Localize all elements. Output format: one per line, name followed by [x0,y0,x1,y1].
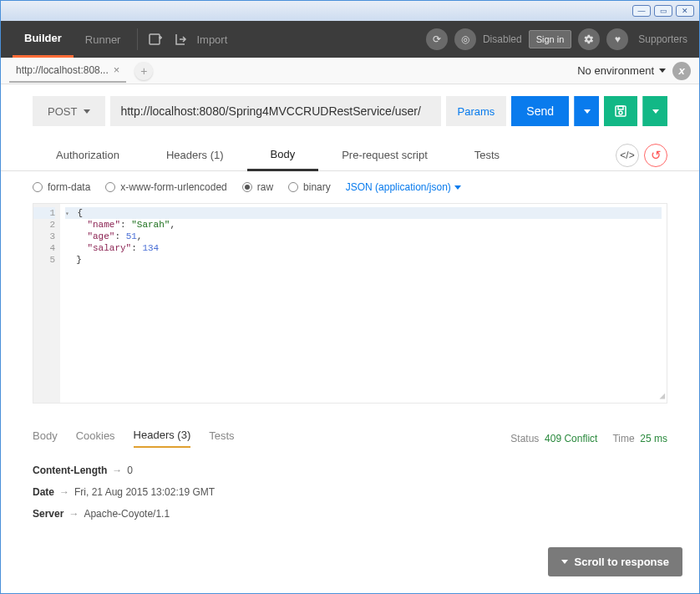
tab-authorization[interactable]: Authorization [33,140,143,170]
body-editor[interactable]: 12345 ▾ { "name": "Sarah", "age": 51, "s… [33,203,667,404]
request-tab[interactable]: http://localhost:808... × [9,59,126,83]
settings-icon[interactable] [578,28,600,50]
resp-tab-tests[interactable]: Tests [209,429,234,447]
body-type-options: form-data x-www-form-urlencoded raw bina… [1,171,699,203]
radio-label: raw [257,181,273,193]
tab-tests[interactable]: Tests [451,140,523,170]
radio-label: form-data [48,181,90,193]
nav-runner[interactable]: Runner [74,21,133,58]
send-button[interactable]: Send [511,96,569,126]
separator [137,28,138,50]
response-header-row: Server→Apache-Coyote/1.1 [33,503,667,525]
status-value: 409 Conflict [545,433,597,444]
radio-formdata[interactable]: form-data [33,181,90,193]
send-dropdown[interactable] [574,96,599,126]
scroll-label: Scroll to response [575,556,669,568]
interceptor-icon[interactable]: ◎ [454,28,476,50]
response-header-row: Date→Fri, 21 Aug 2015 13:02:19 GMT [33,481,667,503]
resp-tab-headers[interactable]: Headers (3) [134,429,191,448]
chevron-down-icon [84,109,90,114]
status-label: Status [510,433,539,444]
http-method-selector[interactable]: POST [33,96,105,126]
add-tab-button[interactable]: + [134,62,153,80]
radio-urlencoded[interactable]: x-www-form-urlencoded [105,181,226,193]
env-quicklook-icon[interactable]: x [672,62,691,80]
response-tabs: Body Cookies Headers (3) Tests Status 40… [1,404,699,448]
url-input[interactable] [110,96,440,126]
tab-close-icon[interactable]: × [114,63,120,76]
nav-builder[interactable]: Builder [13,21,74,58]
import-icon[interactable] [168,27,193,52]
sync-icon[interactable]: ⟳ [426,28,448,50]
resp-tab-cookies[interactable]: Cookies [76,429,115,447]
tab-label: http://localhost:808... [16,64,109,76]
scroll-to-response-button[interactable]: Scroll to response [548,547,682,576]
method-label: POST [48,105,77,118]
chevron-down-icon [454,185,461,190]
tab-prerequest[interactable]: Pre-request script [318,140,451,170]
import-label[interactable]: Import [196,33,227,46]
tab-headers[interactable]: Headers (1) [143,140,247,170]
radio-raw[interactable]: raw [242,181,273,193]
app-toolbar: Builder Runner Import ⟳ ◎ Disabled Sign … [1,21,699,58]
reset-icon[interactable]: ↺ [644,144,667,167]
code-snippet-icon[interactable]: </> [616,144,639,167]
editor-gutter: 12345 [33,204,60,403]
radio-label: x-www-form-urlencoded [120,181,226,193]
signin-button[interactable]: Sign in [529,30,572,48]
response-headers-list: Content-Length→0Date→Fri, 21 Aug 2015 13… [1,448,699,536]
editor-code[interactable]: ▾ { "name": "Sarah", "age": 51, "salary"… [60,204,667,403]
heart-icon[interactable]: ♥ [606,28,628,50]
environment-selector[interactable]: No environment [577,64,666,77]
request-tabbar: http://localhost:808... × + No environme… [1,58,699,84]
radio-binary[interactable]: binary [288,181,331,193]
svg-rect-4 [618,106,623,109]
content-type-label: JSON (application/json) [346,181,451,193]
save-button[interactable] [604,96,637,126]
content-type-dropdown[interactable]: JSON (application/json) [346,181,461,193]
interceptor-status: Disabled [483,33,522,45]
time-value: 25 ms [640,433,667,444]
resp-tab-body[interactable]: Body [33,429,58,447]
supporters-label[interactable]: Supporters [638,33,687,45]
params-button[interactable]: Params [446,96,507,126]
chevron-down-icon [659,69,666,73]
svg-rect-0 [150,34,160,44]
time-label: Time [612,433,634,444]
maximize-icon[interactable]: ▭ [654,5,672,17]
svg-point-5 [619,111,622,114]
close-icon[interactable]: ✕ [676,5,694,17]
request-row: POST Params Send [1,84,699,126]
response-header-row: Content-Length→0 [33,459,667,481]
request-subtabs: Authorization Headers (1) Body Pre-reque… [1,126,699,171]
environment-label: No environment [577,64,654,77]
new-tab-icon[interactable] [143,27,168,52]
radio-label: binary [303,181,331,193]
resize-handle-icon[interactable]: ◢ [659,390,665,401]
minimize-icon[interactable]: — [632,5,651,17]
chevron-down-icon [561,560,568,564]
save-dropdown[interactable] [642,96,667,126]
tab-body[interactable]: Body [247,140,319,171]
window-titlebar: — ▭ ✕ [1,1,699,21]
